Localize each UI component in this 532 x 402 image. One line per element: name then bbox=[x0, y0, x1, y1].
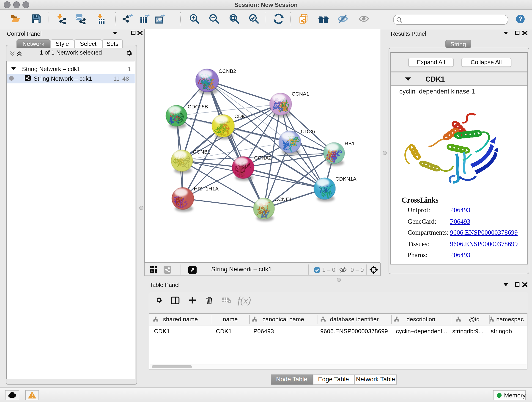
svg-text:CCNB2: CCNB2 bbox=[219, 68, 236, 74]
svg-text:CCNB1: CCNB1 bbox=[193, 149, 210, 155]
svg-text:CCNE1: CCNE1 bbox=[274, 196, 292, 202]
svg-text:CDKN1A: CDKN1A bbox=[336, 176, 357, 182]
svg-text:CCNA2: CCNA2 bbox=[254, 155, 272, 161]
svg-text:CDK1: CDK1 bbox=[234, 114, 248, 119]
svg-text:CDC6: CDC6 bbox=[301, 128, 315, 134]
svg-text:CCNA1: CCNA1 bbox=[292, 91, 309, 97]
svg-text:RB1: RB1 bbox=[345, 141, 355, 147]
svg-text:CDC25B: CDC25B bbox=[188, 104, 208, 109]
svg-text:HIST1H1A: HIST1H1A bbox=[194, 186, 219, 191]
